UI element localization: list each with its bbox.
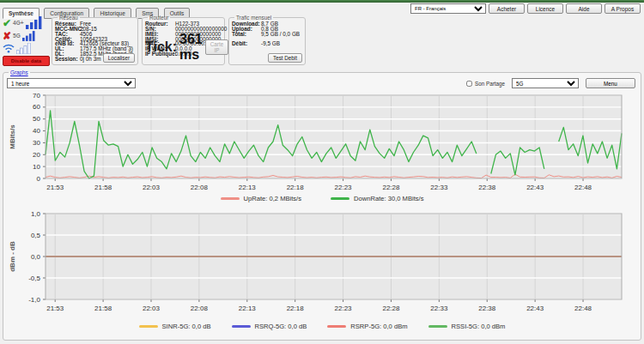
svg-text:22:23: 22:23 — [335, 184, 353, 191]
svg-text:22:38: 22:38 — [478, 184, 496, 191]
legend-item-rssi: RSSI-5G: 0,0 dBm — [428, 323, 506, 330]
signal-bars-wifi-icon — [16, 43, 31, 54]
legend-item-uprate: UpRate: 0,2 MBits/s — [221, 195, 302, 202]
share-checkbox-label[interactable]: Son Partage — [466, 81, 505, 87]
svg-text:70: 70 — [33, 92, 40, 100]
y-axis-label: dBm - dB — [9, 241, 16, 272]
throughput-chart: 01020304050607021:5321:5822:0322:0822:13… — [5, 90, 634, 192]
svg-text:21:53: 21:53 — [46, 305, 64, 312]
rsrq-swatch — [232, 325, 251, 328]
legend-item-rsrq: RSRQ-5G: 0,0 dB — [232, 323, 307, 330]
svg-text:0,5: 0,5 — [31, 232, 41, 239]
svg-text:21:58: 21:58 — [94, 184, 112, 191]
carte-ip-button: Carte IP — [205, 39, 228, 55]
legend-item-sinr: SINR-5G: 0,0 dB — [139, 323, 211, 330]
svg-text:-1,0: -1,0 — [28, 296, 40, 304]
signal-status-panel: ✔ 4G+ ✘ 5G Disable data — [3, 16, 50, 66]
svg-text:21:53: 21:53 — [46, 184, 64, 191]
network-panel: Réseau Réseau:Free MCC-MNC:208-15 TAC:45… — [52, 15, 138, 65]
acheter-button[interactable]: Acheter — [489, 3, 525, 14]
network-panel-title: Réseau — [58, 15, 80, 21]
rssi-swatch — [428, 325, 447, 328]
graphs-controls: 1 heure Son Partage 5G Menu — [7, 78, 635, 89]
traffic-panel-title: Trafic mensuel — [234, 15, 273, 21]
svg-text:22:18: 22:18 — [287, 184, 305, 191]
svg-text:22:43: 22:43 — [526, 184, 544, 191]
tick-value: 361 ms — [179, 32, 203, 63]
svg-text:22:28: 22:28 — [382, 184, 400, 191]
sinr-swatch — [139, 325, 158, 328]
rsrp-swatch — [327, 325, 346, 328]
svg-text:20: 20 — [33, 151, 40, 159]
throughput-legend: UpRate: 0,2 MBits/s DownRate: 30,0 MBits… — [3, 195, 641, 202]
svg-text:22:33: 22:33 — [430, 184, 448, 191]
svg-text:22:48: 22:48 — [574, 305, 592, 312]
svg-text:1,0: 1,0 — [31, 210, 41, 218]
check-icon: ✔ — [3, 18, 11, 28]
tab-bar: Synthèse Configuration Historique Sms Ou… — [0, 3, 644, 15]
wifi-icon — [3, 44, 15, 53]
share-checkbox[interactable] — [466, 81, 472, 87]
svg-text:0,0: 0,0 — [31, 253, 41, 261]
signal-bars-4g-icon — [26, 16, 42, 29]
graphs-panel: Graphs 1 heure Son Partage 5G Menu 01020… — [3, 69, 641, 341]
aide-button[interactable]: Aide — [566, 3, 602, 14]
svg-text:22:18: 22:18 — [287, 305, 305, 312]
legend-item-downrate: DownRate: 30,0 MBits/s — [331, 195, 423, 202]
svg-text:22:38: 22:38 — [478, 305, 496, 312]
svg-text:60: 60 — [33, 103, 40, 111]
menu-button[interactable]: Menu — [586, 78, 635, 88]
apropos-button[interactable]: A Propos — [605, 3, 641, 14]
svg-text:22:28: 22:28 — [382, 305, 400, 312]
traffic-row: Total:9,5 GB / 0,0 GB — [232, 32, 302, 37]
language-select[interactable]: FR - Français — [410, 3, 486, 14]
svg-text:10: 10 — [33, 163, 40, 171]
downrate-swatch — [331, 197, 349, 200]
signal-bars-5g-icon — [22, 31, 35, 41]
test-debit-button[interactable]: Test Debit — [268, 53, 302, 63]
tick-label: Tick: — [145, 39, 177, 55]
router-panel-title: Routeur — [148, 15, 170, 21]
graphs-link[interactable]: Graphs — [9, 69, 30, 75]
svg-text:22:13: 22:13 — [239, 305, 257, 312]
svg-text:22:08: 22:08 — [191, 305, 209, 312]
svg-text:22:48: 22:48 — [574, 184, 592, 191]
svg-text:22:03: 22:03 — [143, 305, 161, 312]
svg-text:30: 30 — [33, 139, 40, 147]
label-5g: 5G — [13, 33, 21, 39]
svg-text:22:43: 22:43 — [526, 305, 544, 312]
period-select[interactable]: 1 heure — [7, 78, 136, 88]
svg-text:22:23: 22:23 — [335, 305, 353, 312]
licence-button[interactable]: Licence — [527, 3, 563, 14]
y-axis-label: MBits/s — [9, 124, 16, 149]
uprate-swatch — [221, 197, 240, 200]
traffic-row: Débit:-9,5 GB — [232, 41, 302, 46]
svg-text:22:13: 22:13 — [239, 184, 257, 191]
svg-text:21:58: 21:58 — [94, 305, 112, 312]
signal-legend: SINR-5G: 0,0 dB RSRQ-5G: 0,0 dB RSRP-5G:… — [3, 323, 641, 330]
signal-chart: 1,00,50,0-0,5-1,021:5321:5822:0322:0822:… — [5, 208, 634, 313]
svg-text:0: 0 — [37, 175, 41, 183]
disable-data-button[interactable]: Disable data — [3, 56, 50, 66]
svg-text:-0,5: -0,5 — [28, 275, 40, 282]
svg-text:22:33: 22:33 — [430, 305, 448, 312]
legend-item-rsrp: RSRP-5G: 0,0 dBm — [327, 323, 407, 330]
mode-select[interactable]: 5G — [512, 78, 579, 88]
router-panel: Routeur Routeur:H122-373 S/N:00000000000… — [142, 15, 225, 65]
traffic-panel: Trafic mensuel Download:8,7 GB Upload:0,… — [228, 15, 306, 65]
svg-text:22:08: 22:08 — [191, 184, 209, 191]
label-4g: 4G+ — [13, 20, 23, 26]
localiser-button[interactable]: Localiser — [103, 53, 135, 63]
svg-text:50: 50 — [33, 115, 40, 123]
x-icon: ✘ — [3, 31, 11, 41]
svg-text:40: 40 — [33, 127, 40, 135]
svg-text:22:03: 22:03 — [143, 184, 161, 191]
